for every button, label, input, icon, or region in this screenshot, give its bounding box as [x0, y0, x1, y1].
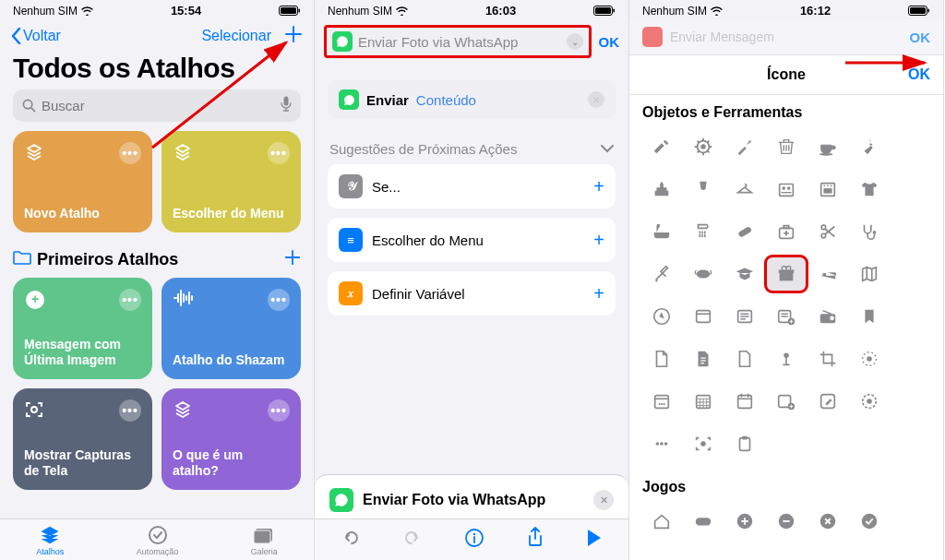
card-mensagem[interactable]: + ••• Mensagem com Última Imagem: [13, 278, 152, 379]
battery-icon: [593, 6, 616, 16]
more-icon[interactable]: •••: [119, 399, 141, 422]
syringe-icon[interactable]: [640, 256, 682, 292]
medkit-icon[interactable]: [765, 213, 807, 250]
add-icon[interactable]: +: [593, 176, 604, 197]
action-param[interactable]: Conteúdo: [416, 92, 476, 108]
wine-icon[interactable]: [682, 171, 724, 208]
disc-icon[interactable]: [849, 383, 891, 420]
wifi-icon: [396, 6, 408, 16]
mask-icon[interactable]: [682, 256, 724, 292]
dots-icon[interactable]: [640, 425, 682, 462]
shortcut-name-field[interactable]: Enviar Foto via WhatsApp ⌄: [324, 25, 592, 58]
suggestion-item[interactable]: 𝑥 Definir Variável +: [328, 271, 616, 316]
window-icon[interactable]: [682, 298, 724, 335]
house-icon[interactable]: [640, 503, 682, 540]
search-input[interactable]: [42, 98, 275, 113]
svg-point-36: [696, 269, 710, 278]
redo-icon[interactable]: [402, 528, 423, 552]
doc-blank-icon[interactable]: [724, 340, 765, 377]
card-shazam[interactable]: ••• Atalho do Shazam: [161, 278, 301, 379]
plus-circle-icon[interactable]: [724, 503, 765, 540]
bed-icon[interactable]: [807, 256, 849, 292]
edit-icon[interactable]: [807, 383, 849, 420]
action-send[interactable]: Enviar Conteúdo ✕: [328, 80, 616, 119]
doc-fill-icon[interactable]: [682, 340, 724, 377]
cake-icon[interactable]: [640, 171, 682, 208]
oven-icon[interactable]: [807, 171, 849, 208]
section-add[interactable]: [284, 249, 301, 270]
tshirt-icon[interactable]: [849, 171, 891, 208]
stove-icon[interactable]: [765, 171, 807, 208]
add-icon[interactable]: +: [593, 283, 604, 304]
tab-atalhos[interactable]: Atalhos: [36, 525, 64, 556]
shower-icon[interactable]: [682, 213, 724, 250]
clipboard-icon[interactable]: [724, 425, 765, 462]
check-circle-icon[interactable]: [849, 503, 891, 540]
variable-icon: 𝑥: [339, 281, 363, 305]
stethoscope-icon[interactable]: [849, 213, 891, 250]
close-icon[interactable]: ✕: [588, 91, 604, 108]
more-icon[interactable]: •••: [268, 142, 290, 164]
gift-icon[interactable]: [765, 256, 807, 292]
scissors-icon[interactable]: [807, 213, 849, 250]
x-circle-icon[interactable]: [807, 503, 849, 540]
share-icon[interactable]: [526, 527, 544, 553]
back-button[interactable]: Voltar: [11, 28, 61, 44]
hammer-icon[interactable]: [640, 128, 682, 165]
card-novo-atalho[interactable]: ••• Novo Atalho: [13, 131, 152, 232]
ok-button[interactable]: OK: [903, 66, 930, 83]
graduation-icon[interactable]: [724, 256, 765, 292]
doc-icon[interactable]: [640, 340, 682, 377]
date-grid-icon[interactable]: [682, 383, 724, 420]
trash-icon[interactable]: [765, 128, 807, 165]
search-field[interactable]: [13, 89, 301, 122]
info-icon[interactable]: [464, 528, 484, 552]
radio-icon[interactable]: [807, 298, 849, 335]
more-icon[interactable]: •••: [119, 142, 141, 164]
more-icon[interactable]: •••: [119, 289, 141, 311]
gamepad-icon[interactable]: [682, 503, 724, 540]
card-escolher-menu[interactable]: ••• Escolher do Menu: [161, 131, 301, 232]
mic-icon[interactable]: [281, 96, 292, 115]
select-button[interactable]: Selecionar: [201, 28, 271, 44]
pin-icon[interactable]: [765, 340, 807, 377]
card-capturas[interactable]: ••• Mostrar Capturas de Tela: [13, 388, 152, 490]
coffee-icon[interactable]: [807, 128, 849, 165]
suggestion-item[interactable]: ≡ Escolher do Menu +: [328, 218, 616, 262]
crop-icon[interactable]: [807, 340, 849, 377]
undo-icon[interactable]: [341, 528, 361, 552]
svg-point-60: [664, 442, 667, 446]
map-icon[interactable]: [849, 256, 891, 292]
hanger-icon[interactable]: [724, 171, 765, 208]
suggestions-header[interactable]: Sugestões de Próximas Ações: [315, 119, 628, 164]
date-icon[interactable]: •••: [640, 383, 682, 420]
carrot-icon[interactable]: [849, 128, 891, 165]
gear-icon[interactable]: [682, 128, 724, 165]
calendar-icon[interactable]: [724, 383, 765, 420]
add-icon[interactable]: +: [593, 230, 604, 251]
close-icon[interactable]: ✕: [593, 490, 614, 510]
card-oque[interactable]: ••• O que é um atalho?: [161, 388, 301, 490]
play-icon[interactable]: [586, 529, 603, 551]
bath-icon[interactable]: [640, 213, 682, 250]
screwdriver-icon[interactable]: [724, 128, 765, 165]
suggestion-item[interactable]: 𝒴 Se... +: [328, 164, 616, 209]
pill-icon[interactable]: [724, 213, 765, 250]
minus-circle-icon[interactable]: [765, 503, 807, 540]
compass-icon[interactable]: [640, 298, 682, 335]
scan-icon[interactable]: [682, 425, 724, 462]
add-button[interactable]: [284, 25, 303, 47]
news-plus-icon[interactable]: [765, 298, 807, 335]
section-header[interactable]: Primeiros Atalhos: [0, 242, 314, 278]
tab-automacao[interactable]: Automação: [137, 525, 179, 556]
cog-icon[interactable]: [849, 340, 891, 377]
more-icon[interactable]: •••: [268, 399, 290, 422]
tab-galeria[interactable]: Galeria: [251, 525, 278, 556]
ok-button[interactable]: OK: [599, 34, 620, 50]
more-icon[interactable]: •••: [268, 289, 290, 311]
news-icon[interactable]: [724, 298, 765, 335]
bookmark-icon[interactable]: [849, 298, 891, 335]
calendar-plus-icon[interactable]: [765, 383, 807, 420]
bottom-sheet[interactable]: Enviar Foto via WhatsApp ✕: [315, 474, 628, 525]
chevron-down-icon[interactable]: ⌄: [567, 33, 583, 50]
